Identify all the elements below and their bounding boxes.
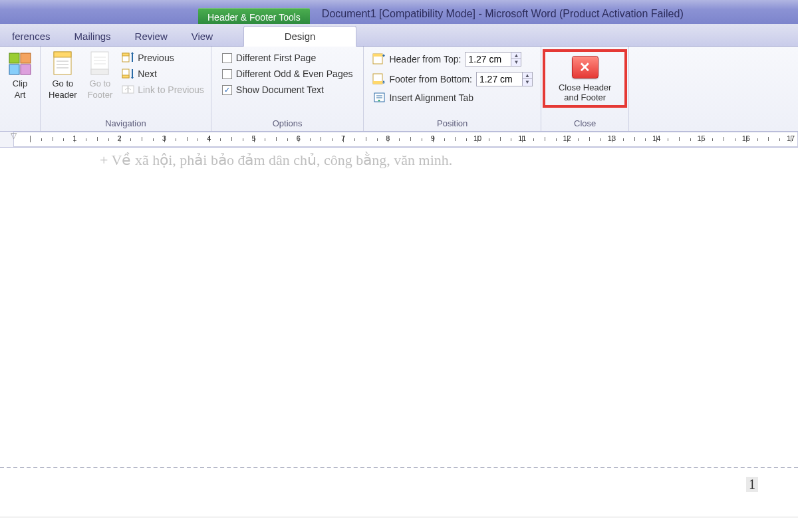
spinner-up-icon[interactable]: ▲ [523,72,532,79]
horizontal-ruler[interactable]: 1234567891011121314151617 ▽ [0,132,798,148]
spinner-down-icon[interactable]: ▼ [523,79,532,86]
insert-alignment-tab-icon [373,92,386,104]
clip-art-icon [8,52,32,76]
group-label-options: Options [215,117,360,131]
group-label-position: Position [368,117,536,131]
goto-footer-label: Go to Footer [88,78,113,101]
goto-header-label: Go to Header [49,78,77,101]
checkbox-icon [222,69,232,79]
svg-rect-0 [9,53,19,63]
svg-rect-18 [122,75,129,78]
clip-art-label: Clip Art [13,78,27,101]
goto-header-icon [51,52,74,76]
spinner-up-icon[interactable]: ▲ [511,53,521,59]
svg-rect-1 [21,53,31,63]
show-document-text-label: Show Document Text [236,84,324,95]
spinner-down-icon[interactable]: ▼ [511,59,521,66]
ribbon-tabs: ferences Mailings Review View Design [0,24,798,47]
tab-design[interactable]: Design [243,26,356,47]
header-from-top-label: Header from Top: [389,54,461,65]
previous-icon [122,52,135,64]
ribbon: Clip Art Go to Header Go to Footer [0,47,798,132]
different-odd-even-label: Different Odd & Even Pages [236,68,353,79]
next-icon [122,68,135,80]
goto-footer-button: Go to Footer [84,49,117,104]
svg-rect-3 [21,65,31,74]
svg-rect-5 [54,52,71,57]
different-first-page-checkbox[interactable]: Different First Page [219,51,356,65]
checkbox-icon [222,53,232,63]
svg-rect-2 [9,65,19,74]
title-bar: Header & Footer Tools Document1 [Compati… [0,0,798,24]
next-label: Next [138,68,157,79]
indent-marker-icon[interactable]: ▽ [11,132,17,140]
previous-label: Previous [138,53,174,63]
goto-header-button[interactable]: Go to Header [45,49,81,104]
contextual-tab-header-footer: Header & Footer Tools [198,8,310,24]
page-bottom-edge [0,517,798,517]
group-label-blank [4,117,36,131]
clip-art-button[interactable]: Clip Art [4,49,36,104]
page-number[interactable]: 1 [746,477,758,492]
window-title: Document1 [Compatibility Mode] - Microso… [310,8,693,24]
header-from-top-input[interactable] [465,52,511,66]
link-to-previous-icon [122,84,135,96]
document-body-text: + Về xã hội, phải bảo đảm dân chủ, công … [100,152,452,169]
footer-from-bottom-label: Footer from Bottom: [389,74,471,84]
link-to-previous-label: Link to Previous [138,84,204,95]
header-from-top-icon [372,53,385,65]
goto-footer-icon [88,52,112,76]
tab-review[interactable]: Review [123,27,180,46]
tab-view[interactable]: View [180,27,225,46]
svg-rect-26 [373,81,382,84]
insert-alignment-tab-label: Insert Alignment Tab [389,92,473,103]
footer-from-bottom-input[interactable] [476,72,523,86]
different-first-page-label: Different First Page [236,53,316,63]
previous-button[interactable]: Previous [119,51,207,65]
footer-from-bottom-icon [372,73,385,85]
group-label-close: Close [543,117,628,131]
svg-rect-23 [373,54,382,57]
tab-mailings[interactable]: Mailings [63,27,123,46]
next-button[interactable]: Next [119,66,207,81]
footer-separator [0,467,798,468]
svg-rect-15 [122,53,129,56]
close-icon: ✕ [572,56,598,78]
close-header-footer-button[interactable]: ✕ Close Header and Footer [543,49,628,108]
tab-references[interactable]: ferences [0,27,63,46]
insert-alignment-tab-button[interactable]: Insert Alignment Tab [370,90,533,105]
checkbox-checked-icon: ✓ [222,85,232,95]
show-document-text-checkbox[interactable]: ✓ Show Document Text [219,82,356,97]
link-to-previous-button: Link to Previous [119,82,207,97]
document-area[interactable]: + Về xã hội, phải bảo đảm dân chủ, công … [0,148,798,532]
svg-rect-10 [91,69,108,74]
group-label-navigation: Navigation [45,117,207,131]
close-header-footer-label: Close Header and Footer [559,82,612,102]
different-odd-even-checkbox[interactable]: Different Odd & Even Pages [219,66,356,81]
